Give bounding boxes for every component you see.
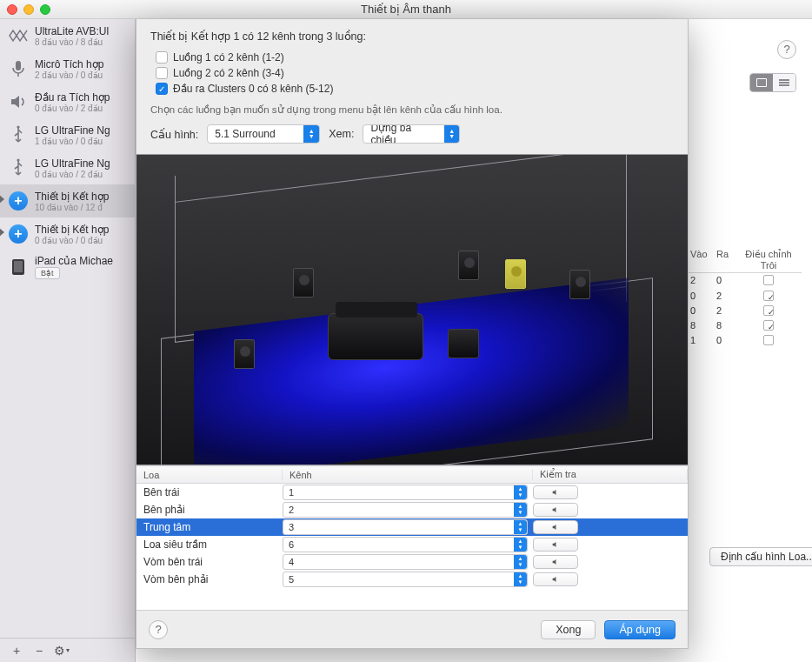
device-item-lg2[interactable]: LG UltraFine Ng 0 đầu vào / 2 đầu — [0, 151, 135, 184]
col-out: Ra — [713, 247, 735, 272]
minimize-icon[interactable] — [23, 4, 34, 15]
drift-checkbox[interactable]: ✓ — [763, 320, 774, 331]
stream-row-1[interactable]: Luồng 1 có 2 kênh (1-2) — [150, 50, 674, 65]
channel-select[interactable]: 2▲▼ — [283, 502, 528, 518]
done-button[interactable]: Xong — [541, 620, 596, 639]
table-header: Vào Ra Điều chỉnh Trôi — [687, 247, 802, 273]
zoom-icon[interactable] — [40, 4, 50, 15]
remove-device-button[interactable]: − — [31, 643, 47, 659]
device-name: Thiết bị Kết hợp — [35, 224, 109, 236]
device-item-builtin-output[interactable]: Đầu ra Tích hợp 0 đầu vào / 2 đầu — [0, 85, 135, 118]
speaker-front-right-icon[interactable] — [569, 270, 590, 299]
test-speaker-button[interactable] — [533, 503, 578, 517]
device-name: LG UltraFine Ng — [35, 124, 110, 137]
usb-icon — [7, 124, 30, 146]
channel-select[interactable]: 6▲▼ — [283, 537, 528, 552]
speaker-row-center[interactable]: Trung tâm 3▲▼ — [136, 518, 688, 536]
drift-checkbox[interactable] — [763, 275, 774, 285]
channel-select[interactable]: 1▲▼ — [283, 485, 528, 500]
drift-checkbox[interactable]: ✓ — [763, 305, 774, 316]
checkbox-icon[interactable] — [156, 51, 168, 64]
device-item-builtin-mic[interactable]: Micrô Tích hợp 2 đầu vào / 0 đầu — [0, 52, 135, 85]
speaker-row-left[interactable]: Bên trái 1▲▼ — [136, 484, 688, 501]
config-select[interactable]: 5.1 Surround ▲▼ — [207, 124, 320, 144]
col-speaker: Loa — [136, 470, 283, 480]
speaker-3d-viewport[interactable] — [136, 154, 688, 465]
test-speaker-button[interactable] — [533, 555, 578, 569]
table-header: Loa Kênh Kiểm tra — [136, 466, 688, 484]
chevron-updown-icon: ▲▼ — [514, 520, 527, 534]
speaker-channel-table: Loa Kênh Kiểm tra Bên trái 1▲▼ Bên phải … — [136, 465, 688, 610]
speaker-surround-left-icon[interactable] — [234, 339, 255, 369]
device-sidebar: UltraLite AVB:Ul 8 đầu vào / 8 đầu Micrô… — [0, 19, 136, 662]
stream-row-2[interactable]: Luồng 2 có 2 kênh (3-4) — [150, 65, 674, 81]
gear-icon[interactable]: ⚙▾ — [54, 643, 70, 659]
device-sub: 0 đầu vào / 0 đầu — [35, 236, 109, 245]
close-icon[interactable] — [7, 4, 17, 15]
drift-checkbox[interactable]: ✓ — [763, 291, 774, 301]
speaker-row-surround-right[interactable]: Vòm bên phải 5▲▼ — [136, 571, 688, 588]
aggregate-icon: + — [7, 223, 30, 245]
table-row[interactable]: 02✓ — [687, 304, 802, 318]
view-toggle[interactable] — [749, 73, 796, 92]
svg-point-1 — [17, 125, 19, 128]
device-item-aggregate-2[interactable]: + Thiết bị Kết hợp 0 đầu vào / 0 đầu — [0, 217, 135, 251]
speaker-icon — [7, 90, 30, 113]
view-select[interactable]: Dựng ba chiều ▲▼ — [363, 124, 460, 144]
svg-rect-6 — [757, 79, 766, 86]
help-button[interactable]: ? — [149, 620, 168, 639]
disclosure-icon[interactable] — [0, 228, 4, 237]
window-title: Thiết bị Âm thanh — [361, 3, 451, 16]
table-row[interactable]: 88✓ — [687, 318, 802, 333]
grid-view-icon[interactable] — [750, 74, 773, 91]
channel-select[interactable]: 4▲▼ — [283, 554, 528, 570]
traffic-lights — [7, 4, 50, 15]
test-speaker-button[interactable] — [533, 572, 578, 586]
col-test: Kiểm tra — [533, 469, 688, 480]
ipad-icon — [7, 256, 30, 278]
speaker-row-sub[interactable]: Loa siêu trầm 6▲▼ — [136, 536, 688, 553]
device-sub: 8 đầu vào / 8 đầu — [35, 37, 109, 47]
speaker-row-surround-left[interactable]: Vòm bên trái 4▲▼ — [136, 553, 688, 571]
hint-text: Chọn các luồng bạn muốn sử dụng trong me… — [150, 104, 674, 116]
configure-speakers-button[interactable]: Định cấu hình Loa... — [709, 547, 812, 566]
view-label: Xem: — [329, 128, 354, 140]
checkbox-icon[interactable] — [156, 67, 168, 79]
speaker-front-left-icon[interactable] — [293, 268, 314, 298]
device-item-ipad[interactable]: iPad của Michae Bật — [0, 251, 135, 284]
apply-button[interactable]: Áp dụng — [604, 620, 676, 639]
device-item-aggregate-1[interactable]: + Thiết bị Kết hợp 10 đầu vào / 12 đ — [0, 184, 135, 217]
device-item-lg1[interactable]: LG UltraFine Ng 1 đầu vào / 0 đầu — [0, 118, 135, 151]
disclosure-icon[interactable] — [0, 195, 4, 204]
add-device-button[interactable]: + — [9, 643, 24, 659]
test-speaker-button[interactable] — [533, 485, 578, 499]
test-speaker-button[interactable] — [533, 520, 578, 534]
channel-select[interactable]: 5▲▼ — [283, 572, 528, 587]
table-row[interactable]: 20 — [687, 273, 802, 289]
table-row[interactable]: 02✓ — [687, 289, 802, 304]
device-item-ultralite[interactable]: UltraLite AVB:Ul 8 đầu vào / 8 đầu — [0, 19, 135, 52]
device-name: Đầu ra Tích hợp — [35, 91, 110, 104]
stream-row-3[interactable]: ✓ Đầu ra Clusters 0 có 8 kênh (5-12) — [150, 81, 674, 97]
svg-rect-8 — [779, 82, 789, 84]
list-view-icon[interactable] — [773, 74, 795, 91]
table-row[interactable]: 10 — [687, 333, 802, 349]
device-name: iPad của Michae — [35, 255, 113, 267]
chevron-updown-icon: ▲▼ — [514, 555, 527, 569]
checkbox-icon[interactable]: ✓ — [156, 83, 168, 95]
test-speaker-button[interactable] — [533, 538, 578, 552]
svg-rect-7 — [779, 79, 789, 81]
chevron-updown-icon: ▲▼ — [444, 125, 459, 143]
subdevice-table: Vào Ra Điều chỉnh Trôi 20 02✓ 02✓ 88✓ 10 — [687, 247, 802, 349]
ottoman-icon — [448, 329, 479, 358]
speaker-row-right[interactable]: Bên phải 2▲▼ — [136, 501, 688, 518]
device-name: UltraLite AVB:Ul — [35, 25, 109, 37]
speaker-center-icon[interactable] — [505, 259, 526, 289]
channel-select[interactable]: 3▲▼ — [283, 519, 528, 535]
drift-checkbox[interactable] — [763, 335, 774, 345]
device-list: UltraLite AVB:Ul 8 đầu vào / 8 đầu Micrô… — [0, 19, 135, 638]
window-titlebar: Thiết bị Âm thanh — [0, 0, 812, 19]
stream-label: Luồng 2 có 2 kênh (3-4) — [173, 67, 284, 79]
speaker-subwoofer-icon[interactable] — [458, 251, 479, 280]
help-button[interactable]: ? — [777, 40, 796, 59]
